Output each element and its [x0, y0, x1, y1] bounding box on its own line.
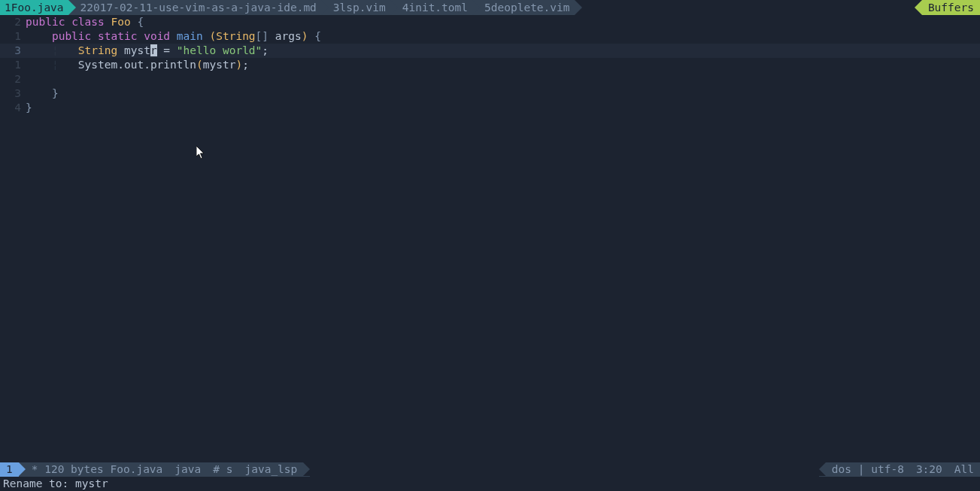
- buffers-separator-icon: [915, 0, 922, 15]
- status-separator-icon: [819, 462, 826, 476]
- status-filetype: java: [168, 462, 207, 477]
- line-number: 3: [0, 86, 26, 101]
- tab-deoplete-vim[interactable]: 5 deoplete.vim: [480, 0, 575, 15]
- tab-separator-icon: [575, 0, 582, 15]
- status-encoding: dos | utf-8: [826, 462, 910, 477]
- status-fileinfo: * 120 bytes Foo.java: [26, 462, 169, 477]
- code-line: 2: [0, 72, 980, 86]
- status-separator-icon: [19, 462, 26, 476]
- code-line: 3 }: [0, 86, 980, 101]
- status-separator-icon: [303, 462, 310, 476]
- code-line: 4 }: [0, 101, 980, 115]
- code-line: 2 public class Foo {: [0, 15, 980, 29]
- status-percent: All: [948, 462, 980, 477]
- tab-separator-icon: [68, 0, 76, 15]
- line-number: 3: [0, 44, 26, 58]
- code-line: 1 ¦ System.out.println(mystr);: [0, 58, 980, 72]
- tab-md[interactable]: 2 2017-02-11-use-vim-as-a-java-ide.md: [76, 0, 321, 15]
- line-number: 2: [0, 72, 26, 86]
- line-number: 4: [0, 101, 26, 115]
- code-line-current: 3 ¦ String mystr = "hello world";: [0, 44, 980, 58]
- line-number: 1: [0, 29, 26, 44]
- tab-separator-icon: [390, 0, 398, 15]
- text-cursor: r: [150, 44, 157, 56]
- tab-separator-icon: [321, 0, 329, 15]
- line-number: 1: [0, 58, 26, 72]
- line-number: 2: [0, 15, 26, 29]
- status-lsp: java_lsp: [238, 462, 303, 477]
- tab-line: 1 Foo.java 2 2017-02-11-use-vim-as-a-jav…: [0, 0, 980, 15]
- status-branch: # s: [207, 462, 238, 477]
- tab-separator-icon: [472, 0, 480, 15]
- tab-lsp-vim[interactable]: 3 lsp.vim: [329, 0, 390, 15]
- command-line[interactable]: Rename to: mystr: [0, 477, 980, 491]
- status-line: 1 * 120 bytes Foo.java java # s java_lsp…: [0, 462, 980, 477]
- buffers-label[interactable]: Buffers: [922, 0, 980, 15]
- status-mode: 1: [0, 462, 19, 477]
- status-position: 3:20: [910, 462, 948, 477]
- tab-init-toml[interactable]: 4 init.toml: [398, 0, 472, 15]
- code-line: 1 public static void main (String[] args…: [0, 29, 980, 44]
- mouse-cursor-icon: [196, 146, 205, 159]
- editor-area[interactable]: 2 public class Foo { 1 public static voi…: [0, 15, 980, 115]
- tab-foo-java[interactable]: 1 Foo.java: [0, 0, 68, 15]
